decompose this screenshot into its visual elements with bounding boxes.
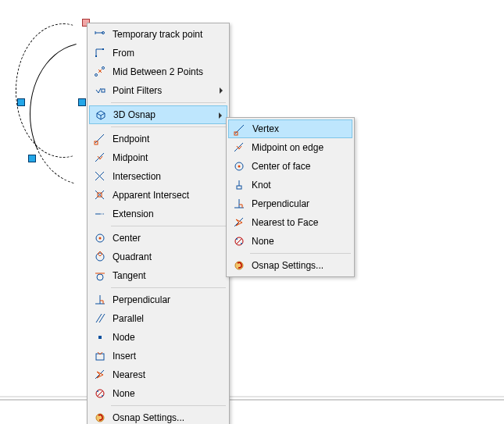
menu-item-vertex[interactable]: Vertex	[228, 119, 352, 138]
insert-icon	[94, 350, 106, 362]
menu-item-label: Quadrant	[113, 251, 152, 262]
menu-item-midpoint[interactable]: Midpoint	[89, 148, 227, 167]
menu-item-node[interactable]: Node	[89, 328, 227, 347]
svg-line-32	[99, 314, 105, 322]
menu-item-label: Center	[113, 233, 141, 244]
perpendicular-icon	[233, 198, 245, 210]
menu-item-label: Endpoint	[113, 134, 149, 144]
menu-item-nearest-to-face[interactable]: Nearest to Face	[228, 213, 352, 232]
menu-item-parallel[interactable]: Parallel	[89, 309, 227, 328]
from-icon	[94, 47, 106, 59]
menu-item-center[interactable]: Center	[89, 229, 227, 248]
menu-item-point-filters[interactable]: Point Filters	[89, 81, 227, 100]
ground-line	[0, 396, 504, 397]
svg-line-16	[95, 153, 104, 162]
menu-item-center-of-face[interactable]: Center of face	[228, 157, 352, 176]
node-icon	[94, 331, 106, 344]
menu-item-perpendicular[interactable]: Perpendicular	[228, 194, 352, 213]
menu-item-mid-between-2-points[interactable]: Mid Between 2 Points	[89, 62, 227, 81]
menu-separator	[250, 253, 351, 254]
knot-icon	[233, 179, 245, 191]
menu-item-extension[interactable]: Extension	[89, 205, 227, 223]
svg-point-27	[97, 274, 103, 280]
center-icon	[94, 232, 106, 244]
menu-item-none[interactable]: None	[89, 384, 227, 403]
menu-item-label: Apparent Intersect	[113, 190, 189, 201]
menu-item-label: Node	[113, 332, 135, 343]
menu-item-osnap-settings[interactable]: Osnap Settings...	[89, 408, 227, 424]
menu-item-label: Mid Between 2 Points	[113, 66, 203, 77]
menu-item-apparent-intersect[interactable]: Apparent Intersect	[89, 186, 227, 205]
menu-item-label: None	[113, 388, 135, 399]
ground-line-2	[0, 399, 504, 401]
intersection-icon	[94, 170, 106, 183]
svg-rect-47	[237, 186, 241, 189]
submenu-arrow-icon	[219, 112, 222, 119]
menu-item-label: Perpendicular	[113, 294, 170, 305]
grip-mid-outer[interactable]	[17, 98, 25, 106]
menu-item-quadrant[interactable]: Quadrant	[89, 248, 227, 266]
svg-point-54	[241, 243, 242, 244]
menu-item-none[interactable]: None	[228, 232, 352, 251]
menu-separator	[111, 405, 226, 406]
menu-item-nearest[interactable]: Nearest	[89, 365, 227, 384]
menu-item-osnap-settings[interactable]: Osnap Settings...	[228, 256, 352, 275]
menu-separator	[111, 126, 226, 127]
menu-item-label: Knot	[252, 180, 271, 191]
3d-osnap-icon	[95, 109, 107, 122]
endpoint-icon	[94, 133, 106, 145]
nearest-face-icon	[233, 216, 245, 229]
menu-item-label: From	[113, 48, 134, 59]
midpoint-icon	[94, 151, 106, 164]
svg-rect-6	[95, 55, 97, 57]
svg-point-8	[102, 67, 105, 69]
grip-lower[interactable]	[28, 155, 36, 162]
menu-item-intersection[interactable]: Intersection	[89, 167, 227, 186]
none-icon	[94, 387, 106, 400]
menu-item-label: Extension	[113, 208, 154, 219]
parallel-icon	[94, 312, 106, 325]
menu-item-knot[interactable]: Knot	[228, 176, 352, 194]
menu-item-endpoint[interactable]: Endpoint	[89, 130, 227, 148]
osnap-settings-icon	[233, 259, 245, 272]
menu-item-perpendicular[interactable]: Perpendicular	[89, 290, 227, 309]
menu-item-temporary-track-point[interactable]: Temporary track point	[89, 25, 227, 44]
menu-separator	[111, 287, 226, 288]
midpoint-edge-icon	[233, 141, 245, 154]
point-filters-icon	[94, 84, 106, 97]
menu-item-insert[interactable]: Insert	[89, 347, 227, 365]
svg-point-53	[236, 238, 238, 240]
3d-osnap-submenu: VertexMidpoint on edgeCenter of faceKnot…	[226, 117, 355, 277]
svg-point-45	[238, 166, 241, 168]
menu-item-label: Temporary track point	[113, 29, 202, 40]
menu-item-midpoint-on-edge[interactable]: Midpoint on edge	[228, 138, 352, 157]
svg-point-7	[95, 74, 98, 77]
osnap-settings-icon	[94, 412, 106, 424]
menu-item-label: Point Filters	[113, 85, 162, 96]
menu-item-tangent[interactable]: Tangent	[89, 266, 227, 285]
svg-point-39	[102, 395, 103, 397]
tangent-icon	[94, 269, 106, 282]
menu-item-3d-osnap[interactable]: 3D Osnap	[89, 105, 227, 124]
menu-item-label: Parallel	[113, 313, 144, 324]
apparent-intersect-icon	[94, 189, 106, 201]
menu-item-from[interactable]: From	[89, 44, 227, 62]
menu-item-label: 3D Osnap	[113, 109, 155, 120]
extension-icon	[94, 208, 106, 220]
svg-line-12	[98, 88, 101, 93]
grip-center[interactable]	[78, 98, 86, 106]
none-icon	[233, 235, 245, 248]
menu-item-label: Midpoint on edge	[252, 142, 323, 153]
menu-item-label: Osnap Settings...	[252, 260, 323, 271]
menu-item-label: Center of face	[252, 161, 310, 172]
mid-between-icon	[94, 66, 106, 78]
osnap-context-menu: Temporary track pointFromMid Between 2 P…	[87, 23, 230, 424]
menu-item-label: Nearest	[113, 369, 145, 380]
menu-item-label: Osnap Settings...	[113, 412, 184, 423]
menu-item-label: Tangent	[113, 270, 146, 281]
svg-point-38	[97, 390, 98, 392]
svg-point-26	[96, 253, 104, 261]
menu-item-label: Midpoint	[113, 152, 148, 163]
svg-line-43	[234, 143, 243, 151]
svg-point-25	[99, 237, 102, 240]
